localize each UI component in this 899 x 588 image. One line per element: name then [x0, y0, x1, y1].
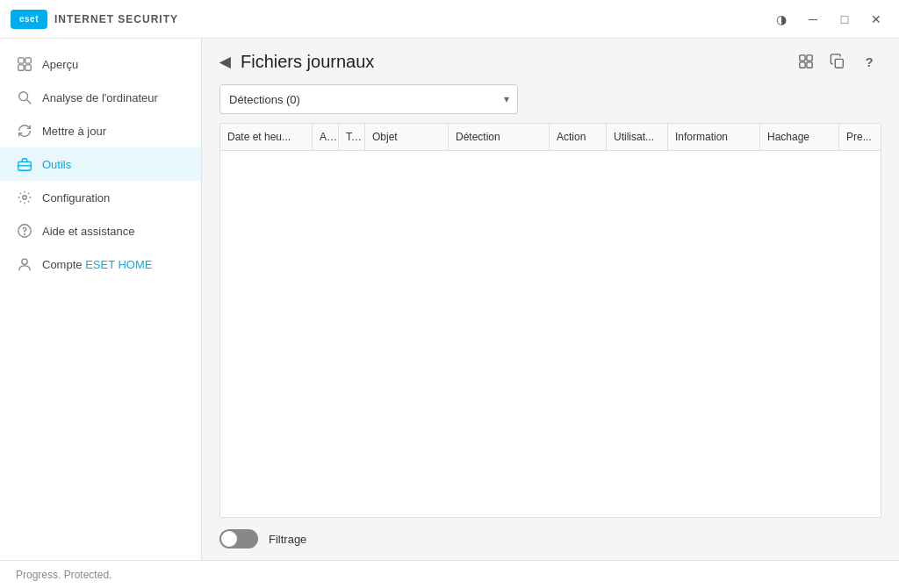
svg-rect-2	[18, 65, 24, 70]
log-table: Date et heu...A...T...ObjetDétectionActi…	[219, 123, 881, 518]
svg-rect-12	[800, 55, 805, 61]
col-header-date[interactable]: Date et heu...	[220, 124, 313, 150]
titlebar: eset INTERNET SECURITY ◑ ─ □ ✕	[0, 0, 899, 39]
table-header: Date et heu...A...T...ObjetDétectionActi…	[220, 124, 881, 151]
question-icon	[16, 222, 33, 240]
copy-button[interactable]	[825, 49, 850, 74]
svg-rect-3	[25, 65, 31, 70]
svg-rect-13	[807, 55, 812, 61]
content-area: ◀ Fichiers journaux	[202, 39, 899, 560]
sidebar-label-compte: Compte ESET HOME	[42, 258, 152, 271]
close-icon: ✕	[871, 12, 881, 26]
col-header-utilisat[interactable]: Utilisat...	[607, 124, 668, 150]
back-button[interactable]: ◀	[219, 54, 230, 70]
table-body	[220, 151, 881, 517]
person-icon	[16, 255, 33, 273]
theme-toggle-button[interactable]: ◑	[769, 7, 794, 32]
search-icon	[16, 89, 33, 106]
filtrage-toggle[interactable]	[219, 529, 258, 549]
svg-rect-14	[800, 62, 805, 68]
col-header-objet[interactable]: Objet	[365, 124, 449, 150]
col-header-detection[interactable]: Détection	[449, 124, 550, 150]
app-logo: eset INTERNET SECURITY	[11, 10, 178, 29]
svg-rect-1	[25, 58, 31, 63]
maximize-icon: □	[841, 12, 848, 26]
theme-icon: ◑	[776, 12, 787, 26]
svg-point-10	[25, 234, 25, 235]
refresh-icon	[16, 122, 33, 140]
col-header-action[interactable]: Action	[550, 124, 607, 150]
sidebar-item-compte[interactable]: Compte ESET HOME	[0, 247, 201, 281]
help-button[interactable]: ?	[857, 49, 881, 74]
detections-dropdown[interactable]: Détections (0)	[219, 84, 518, 114]
dropdown-row: Détections (0) ▾	[202, 84, 899, 123]
svg-rect-16	[835, 59, 843, 68]
sidebar: Aperçu Analyse de l'ordinateur Mettr	[0, 39, 202, 560]
sidebar-item-configuration[interactable]: Configuration	[0, 181, 201, 214]
main-layout: Aperçu Analyse de l'ordinateur Mettr	[0, 39, 899, 560]
grid-icon	[16, 55, 33, 73]
content-header: ◀ Fichiers journaux	[202, 39, 899, 84]
dropdown-wrapper: Détections (0) ▾	[219, 84, 518, 114]
help-icon: ?	[865, 54, 873, 69]
toggle-knob	[221, 531, 237, 547]
header-actions: ?	[794, 49, 881, 74]
grid-view-icon	[798, 54, 814, 69]
briefcase-icon	[16, 155, 33, 173]
eset-logo-box: eset	[11, 10, 47, 29]
app-name: INTERNET SECURITY	[54, 13, 178, 25]
svg-point-11	[22, 259, 27, 264]
sidebar-label-apercu: Aperçu	[42, 58, 78, 71]
window-controls: ◑ ─ □ ✕	[769, 7, 888, 32]
svg-rect-15	[807, 62, 812, 68]
bottom-row: Filtrage	[202, 518, 899, 560]
minimize-icon: ─	[809, 12, 817, 26]
gear-icon	[16, 189, 33, 206]
sidebar-item-analyse[interactable]: Analyse de l'ordinateur	[0, 81, 201, 114]
sidebar-label-analyse: Analyse de l'ordinateur	[42, 91, 158, 104]
sidebar-item-mettre[interactable]: Mettre à jour	[0, 114, 201, 147]
status-text: Progress. Protected.	[16, 569, 111, 581]
svg-point-4	[19, 92, 28, 101]
col-header-a[interactable]: A...	[313, 124, 339, 150]
svg-line-5	[27, 100, 32, 104]
col-header-information[interactable]: Information	[668, 124, 760, 150]
close-button[interactable]: ✕	[864, 7, 888, 32]
minimize-button[interactable]: ─	[801, 7, 825, 32]
page-title: Fichiers journaux	[241, 52, 374, 72]
sidebar-item-outils[interactable]: Outils	[0, 147, 201, 181]
copy-icon	[830, 54, 845, 69]
status-bar: Progress. Protected.	[0, 560, 899, 588]
grid-view-button[interactable]	[794, 49, 818, 74]
sidebar-label-configuration: Configuration	[42, 191, 110, 204]
maximize-button[interactable]: □	[832, 7, 857, 32]
col-header-hachage[interactable]: Hachage	[760, 124, 839, 150]
sidebar-label-mettre: Mettre à jour	[42, 125, 106, 138]
sidebar-label-aide: Aide et assistance	[42, 225, 135, 238]
sidebar-item-apercu[interactable]: Aperçu	[0, 47, 201, 81]
sidebar-label-outils: Outils	[42, 158, 71, 171]
col-header-pre[interactable]: Pre...	[839, 124, 881, 150]
svg-rect-0	[18, 58, 24, 63]
filtrage-label: Filtrage	[269, 533, 306, 546]
col-header-t[interactable]: T...	[339, 124, 365, 150]
sidebar-item-aide[interactable]: Aide et assistance	[0, 214, 201, 247]
svg-point-8	[23, 196, 27, 200]
